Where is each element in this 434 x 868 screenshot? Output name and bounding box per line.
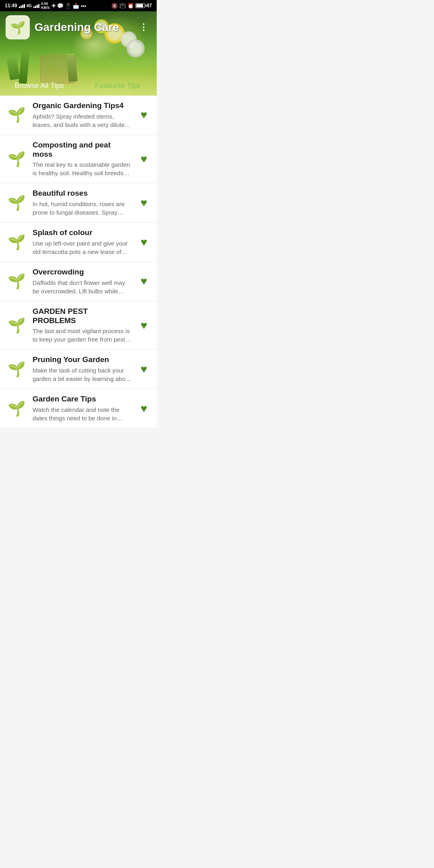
app-title: Gardening Care [35, 21, 131, 34]
list-item[interactable]: 🌱 Pruning Your Garden Make the task of c… [0, 350, 157, 389]
favourite-button[interactable]: ♥ [137, 362, 151, 377]
status-left: 11:49 4G 0.05KB/S ✈ 💬 📱 📩 ••• [5, 2, 86, 10]
list-item[interactable]: 🌱 Organic Gardening Tips4 Aphids? Spray … [0, 96, 157, 135]
vibrate-icon: 📳 [119, 3, 126, 9]
heart-icon: ♥ [141, 319, 147, 332]
item-content: Pruning Your Garden Make the task of cut… [33, 355, 132, 383]
favourite-button[interactable]: ♥ [137, 318, 151, 333]
signal-bars-2 [33, 3, 39, 8]
favourite-button[interactable]: ♥ [137, 196, 151, 210]
list-item[interactable]: 🌱 Garden Care Tips Watch the calendar an… [0, 389, 157, 428]
list-item[interactable]: 🌱 GARDEN PEST PROBLEMS The last and most… [0, 301, 157, 350]
item-title: Composting and peat moss [33, 141, 132, 159]
favourite-button[interactable]: ♥ [137, 108, 151, 122]
item-desc: Watch the calendar and note the dates th… [33, 405, 132, 422]
item-icon: 🌱 [6, 270, 28, 293]
item-title: Organic Gardening Tips4 [33, 101, 132, 111]
alarm-icon: ⏰ [127, 3, 134, 9]
notification-icons: ✈ 💬 📱 📩 ••• [51, 3, 86, 9]
app-icon: 🌱 [6, 15, 30, 39]
item-content: Organic Gardening Tips4 Aphids? Spray in… [33, 101, 132, 129]
item-title: Splash of colour [33, 228, 132, 237]
list-item[interactable]: 🌱 Beautiful roses In hot, humid conditio… [0, 183, 157, 223]
favourite-button[interactable]: ♥ [137, 235, 151, 250]
item-title: Overcrowding [33, 268, 132, 277]
heart-icon: ♥ [141, 108, 147, 121]
list-item[interactable]: 🌱 Overcrowding Daffodils that don't flow… [0, 262, 157, 301]
item-icon: 🌱 [6, 314, 28, 336]
item-icon: 🌱 [6, 358, 28, 380]
tips-list: 🌱 Organic Gardening Tips4 Aphids? Spray … [0, 96, 157, 428]
status-right: 🔇 📳 ⏰ 87 [111, 3, 152, 9]
header: 🌱 Gardening Care ⋮ Browse All Tips Favou… [0, 11, 157, 96]
mute-icon: 🔇 [111, 3, 118, 9]
heart-icon: ♥ [141, 402, 147, 415]
data-speed: 0.05KB/S [41, 2, 50, 10]
item-icon: 🌱 [6, 397, 28, 420]
list-item[interactable]: 🌱 Composting and peat moss The real key … [0, 135, 157, 184]
list-item[interactable]: 🌱 Splash of colour Use up left-over pain… [0, 223, 157, 262]
favourite-button[interactable]: ♥ [137, 274, 151, 289]
item-content: Garden Care Tips Watch the calendar and … [33, 395, 132, 422]
item-desc: The real key to a sustainable garden is … [33, 160, 132, 177]
item-desc: Make the task of cutting back your garde… [33, 366, 132, 383]
item-desc: Aphids? Spray infested stems, leaves, an… [33, 112, 132, 129]
tab-browse[interactable]: Browse All Tips [0, 76, 78, 96]
heart-icon: ♥ [141, 197, 147, 209]
heart-icon: ♥ [141, 275, 147, 288]
tab-favourite[interactable]: Favourite Tips [78, 76, 157, 96]
heart-icon: ♥ [141, 236, 147, 249]
item-title: Beautiful roses [33, 189, 132, 198]
header-top: 🌱 Gardening Care ⋮ [0, 11, 157, 43]
item-icon: 🌱 [6, 104, 28, 126]
time: 11:49 [5, 3, 17, 8]
favourite-button[interactable]: ♥ [137, 152, 151, 166]
network-type: 4G [27, 4, 32, 8]
item-desc: In hot, humid conditions, roses are pron… [33, 200, 132, 217]
heart-icon: ♥ [141, 153, 147, 166]
item-desc: Use up left-over paint and give your old… [33, 239, 132, 256]
item-desc: The last and most vigilant process is to… [33, 327, 132, 344]
battery-percent: 87 [147, 3, 152, 8]
item-content: Composting and peat moss The real key to… [33, 141, 132, 178]
item-title: Pruning Your Garden [33, 355, 132, 364]
app-icon-emoji: 🌱 [10, 20, 25, 35]
item-title: Garden Care Tips [33, 395, 132, 404]
item-content: Overcrowding Daffodils that don't flower… [33, 268, 132, 295]
item-content: Splash of colour Use up left-over paint … [33, 228, 132, 256]
signal-bars [19, 3, 25, 8]
battery-icon [135, 3, 145, 8]
item-icon: 🌱 [6, 231, 28, 253]
item-icon: 🌱 [6, 192, 28, 214]
item-title: GARDEN PEST PROBLEMS [33, 307, 132, 326]
item-content: GARDEN PEST PROBLEMS The last and most v… [33, 307, 132, 344]
item-content: Beautiful roses In hot, humid conditions… [33, 189, 132, 217]
tabs-container: Browse All Tips Favourite Tips [0, 76, 157, 96]
more-options-button[interactable]: ⋮ [136, 20, 151, 34]
status-bar: 11:49 4G 0.05KB/S ✈ 💬 📱 📩 ••• 🔇 📳 ⏰ 87 [0, 0, 157, 11]
item-desc: Daffodils that don't flower well may be … [33, 278, 132, 295]
heart-icon: ♥ [141, 363, 147, 376]
battery-fill [136, 4, 143, 7]
item-icon: 🌱 [6, 148, 28, 170]
favourite-button[interactable]: ♥ [137, 401, 151, 416]
